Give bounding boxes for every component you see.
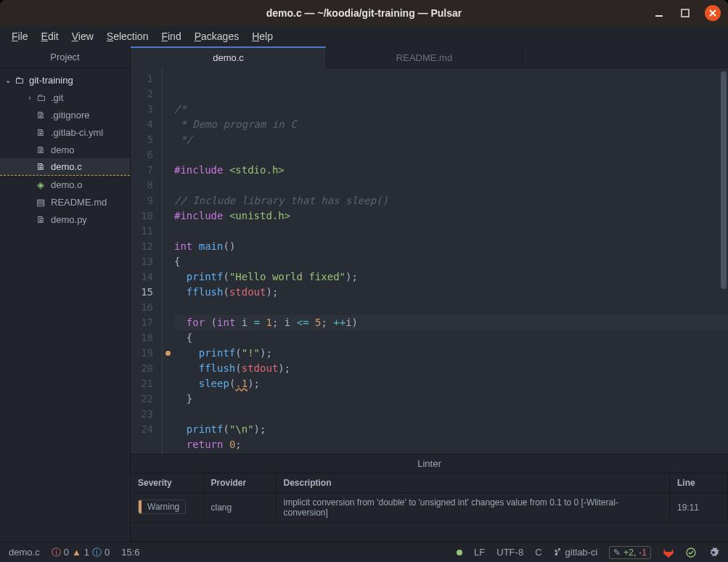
linter-header-description[interactable]: Description: [276, 473, 670, 493]
window-title: demo.c — ~/koodia/git-training — Pulsar: [0, 7, 728, 19]
line-number[interactable]: 1: [131, 71, 153, 86]
code-line[interactable]: * Demo program in C: [174, 117, 728, 132]
tree-root[interactable]: ⌄🗀git-training: [0, 71, 130, 89]
code-line[interactable]: {: [174, 330, 728, 346]
code-line[interactable]: // Include library that has sleep(): [174, 193, 728, 208]
line-number[interactable]: 7: [131, 163, 153, 178]
menu-packages[interactable]: Packages: [189, 29, 245, 44]
line-number[interactable]: 8: [131, 178, 153, 193]
code-line[interactable]: */: [174, 132, 728, 147]
code-line[interactable]: }: [174, 391, 728, 407]
code-line[interactable]: printf("!");: [174, 346, 728, 361]
gitlab-icon[interactable]: [663, 547, 674, 558]
code-line[interactable]: [174, 300, 728, 315]
tab-README-md[interactable]: README.md: [327, 46, 523, 68]
minimize-button[interactable]: [653, 7, 666, 20]
tree-item--gitlab-ci-yml[interactable]: 🗎.gitlab-ci.yml: [0, 123, 130, 141]
scrollbar-thumb[interactable]: [721, 71, 727, 289]
statusbar: demo.c ⓘ0 ▲1 ⓘ0 15:6 LF UTF-8 C gitlab-c…: [0, 542, 728, 562]
linter-row[interactable]: Warning clang implicit conversion from '…: [131, 493, 728, 523]
menu-file[interactable]: File: [6, 29, 34, 44]
code-line[interactable]: #include <stdio.h>: [174, 163, 728, 178]
line-number[interactable]: 2: [131, 86, 153, 102]
line-number[interactable]: 10: [131, 208, 153, 224]
line-number[interactable]: 23: [131, 407, 153, 422]
code-editor[interactable]: 123456789101112131415161718192021222324 …: [131, 68, 728, 454]
linter-header-provider[interactable]: Provider: [203, 473, 276, 493]
tree-item--gitignore[interactable]: 🗎.gitignore: [0, 106, 130, 123]
status-lang[interactable]: C: [535, 547, 541, 558]
menu-view[interactable]: View: [66, 29, 99, 44]
tree-item-demo-py[interactable]: 🗎demo.py: [0, 211, 130, 228]
titlebar[interactable]: demo.c — ~/koodia/git-training — Pulsar: [0, 0, 728, 26]
code-area[interactable]: /* * Demo program in C */#include <stdio…: [173, 68, 728, 454]
line-number[interactable]: 11: [131, 224, 153, 239]
code-line[interactable]: #include <unistd.h>: [174, 208, 728, 224]
code-line[interactable]: [174, 224, 728, 239]
linter-header-severity[interactable]: Severity: [131, 473, 203, 493]
status-file[interactable]: demo.c: [9, 547, 40, 558]
code-line[interactable]: {: [174, 254, 728, 269]
line-number[interactable]: 12: [131, 239, 153, 254]
code-line[interactable]: fflush(stdout);: [174, 285, 728, 300]
line-number[interactable]: 18: [131, 330, 153, 346]
tree-item-demo[interactable]: 🗎demo: [0, 141, 130, 158]
line-number[interactable]: 6: [131, 147, 153, 163]
pencil-icon: ✎: [613, 547, 621, 558]
line-number[interactable]: 15: [131, 285, 153, 300]
code-line[interactable]: fflush(stdout);: [174, 361, 728, 376]
menu-selection[interactable]: Selection: [101, 29, 155, 44]
code-line[interactable]: return 0;: [174, 437, 728, 452]
code-line[interactable]: [174, 147, 728, 163]
tab-demo-c[interactable]: demo.c: [131, 46, 327, 68]
status-cursor[interactable]: 15:6: [121, 547, 139, 558]
tree-item-README-md[interactable]: ▤README.md: [0, 193, 130, 211]
status-check-icon[interactable]: [686, 547, 696, 558]
status-sync[interactable]: [457, 550, 462, 555]
line-number[interactable]: 13: [131, 254, 153, 269]
status-branch[interactable]: gitlab-ci: [554, 547, 598, 558]
code-line[interactable]: for (int i = 1; i <= 5; ++i): [174, 315, 728, 330]
code-line[interactable]: int main(): [174, 239, 728, 254]
line-number[interactable]: 16: [131, 300, 153, 315]
code-line[interactable]: printf("Hello world fixed");: [174, 269, 728, 285]
status-eol[interactable]: LF: [474, 547, 485, 558]
line-number[interactable]: 17: [131, 315, 153, 330]
menu-help[interactable]: Help: [246, 29, 279, 44]
code-line[interactable]: [174, 178, 728, 193]
code-line[interactable]: /*: [174, 102, 728, 117]
tree-item-demo-o[interactable]: ◈demo.o: [0, 176, 130, 193]
line-number[interactable]: 24: [131, 422, 153, 437]
code-line[interactable]: [174, 407, 728, 422]
status-encoding[interactable]: UTF-8: [496, 547, 523, 558]
close-button[interactable]: [705, 5, 721, 21]
repo-icon: 🗀: [13, 75, 25, 86]
status-diagnostics[interactable]: ⓘ0 ▲1 ⓘ0: [52, 546, 110, 559]
menu-edit[interactable]: Edit: [36, 29, 65, 44]
status-git-changes[interactable]: ✎ +2, -1: [609, 546, 651, 559]
tree-item--git[interactable]: ›🗀.git: [0, 89, 130, 106]
sidebar-title: Project: [0, 46, 130, 68]
line-number[interactable]: 4: [131, 117, 153, 132]
line-number[interactable]: 9: [131, 193, 153, 208]
line-number[interactable]: 5: [131, 132, 153, 147]
line-number-gutter[interactable]: 123456789101112131415161718192021222324: [131, 68, 163, 454]
code-line[interactable]: printf("\n");: [174, 422, 728, 437]
line-number[interactable]: 3: [131, 102, 153, 117]
linter-title: Linter: [131, 455, 728, 473]
line-number[interactable]: 21: [131, 376, 153, 391]
code-line[interactable]: }: [174, 452, 728, 454]
line-number[interactable]: 14: [131, 269, 153, 285]
line-number[interactable]: 22: [131, 391, 153, 407]
settings-icon[interactable]: [708, 547, 719, 558]
maximize-button[interactable]: [679, 7, 692, 20]
svg-rect-1: [682, 9, 689, 17]
linter-header-line[interactable]: Line: [670, 473, 728, 493]
tree-item-demo-c[interactable]: 🗎demo.c: [0, 158, 130, 176]
line-number[interactable]: 20: [131, 361, 153, 376]
editor-scrollbar[interactable]: [719, 68, 728, 454]
linter-table: SeverityProviderDescriptionLine Warning …: [131, 473, 728, 542]
code-line[interactable]: sleep(.1);: [174, 376, 728, 391]
line-number[interactable]: 19: [131, 346, 153, 361]
menu-find[interactable]: Find: [155, 29, 187, 44]
